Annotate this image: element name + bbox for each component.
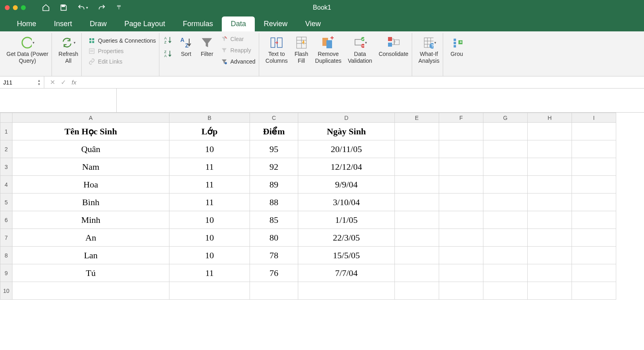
cell-A8[interactable]: Lan [12, 247, 169, 264]
cell-C3[interactable]: 92 [250, 158, 298, 176]
what-if-analysis-button[interactable]: ?▾ What-If Analysis [417, 34, 441, 66]
group-button[interactable]: + Grou [448, 34, 466, 59]
cell-F7[interactable] [439, 229, 483, 247]
cell-I1[interactable] [572, 123, 616, 140]
cell-B3[interactable]: 11 [169, 158, 250, 176]
maximize-window-button[interactable] [21, 5, 26, 10]
cell-E10[interactable] [395, 282, 439, 300]
cell-E7[interactable] [395, 229, 439, 247]
cell-H4[interactable] [528, 176, 572, 194]
cell-D1[interactable]: Ngày Sinh [298, 123, 395, 140]
col-head-C[interactable]: C [250, 113, 298, 123]
cell-I3[interactable] [572, 158, 616, 176]
remove-duplicates-button[interactable]: Remove Duplicates [314, 34, 343, 66]
row-head-6[interactable]: 6 [0, 211, 12, 229]
name-box[interactable]: ▲▼ [0, 76, 44, 88]
name-box-input[interactable] [3, 79, 31, 86]
cell-C4[interactable]: 89 [250, 176, 298, 194]
cell-H3[interactable] [528, 158, 572, 176]
cell-D5[interactable]: 3/10/04 [298, 194, 395, 211]
cell-B2[interactable]: 10 [169, 140, 250, 158]
cell-G3[interactable] [483, 158, 528, 176]
cell-F8[interactable] [439, 247, 483, 264]
cancel-formula-icon[interactable]: ✕ [50, 78, 55, 86]
row-head-2[interactable]: 2 [0, 140, 12, 158]
col-head-D[interactable]: D [298, 113, 395, 123]
cell-B6[interactable]: 10 [169, 211, 250, 229]
cell-A7[interactable]: An [12, 229, 169, 247]
cell-C6[interactable]: 85 [250, 211, 298, 229]
home-icon[interactable] [42, 4, 50, 12]
cell-G4[interactable] [483, 176, 528, 194]
cell-B5[interactable]: 11 [169, 194, 250, 211]
cell-E8[interactable] [395, 247, 439, 264]
edit-links-button[interactable]: Edit Links [87, 57, 157, 66]
fx-icon[interactable]: fx [72, 79, 76, 86]
cell-C1[interactable]: Điểm [250, 123, 298, 140]
cell-I4[interactable] [572, 176, 616, 194]
cell-F10[interactable] [439, 282, 483, 300]
row-head-1[interactable]: 1 [0, 123, 12, 140]
cell-B8[interactable]: 10 [169, 247, 250, 264]
clear-filter-button[interactable]: Clear [219, 35, 257, 43]
cell-I6[interactable] [572, 211, 616, 229]
data-validation-button[interactable]: ▾ Data Validation [346, 34, 374, 66]
queries-connections-button[interactable]: Queries & Connections [87, 36, 157, 45]
cell-H10[interactable] [528, 282, 572, 300]
cell-D4[interactable]: 9/9/04 [298, 176, 395, 194]
cell-A5[interactable]: Bình [12, 194, 169, 211]
cell-B10[interactable] [169, 282, 250, 300]
cell-C7[interactable]: 80 [250, 229, 298, 247]
undo-icon[interactable]: ▾ [77, 4, 88, 12]
cell-G2[interactable] [483, 140, 528, 158]
properties-button[interactable]: Properties [87, 47, 157, 56]
refresh-all-button[interactable]: ▾ Refresh All [57, 34, 80, 66]
customize-qat-icon[interactable]: 〒 [116, 4, 124, 12]
sort-button[interactable]: AZ Sort [177, 34, 195, 59]
reapply-button[interactable]: Reapply [219, 46, 257, 55]
col-head-A[interactable]: A [12, 113, 169, 123]
cell-E3[interactable] [395, 158, 439, 176]
cell-G10[interactable] [483, 282, 528, 300]
cell-D7[interactable]: 22/3/05 [298, 229, 395, 247]
cell-G5[interactable] [483, 194, 528, 211]
cell-E4[interactable] [395, 176, 439, 194]
cell-B7[interactable]: 10 [169, 229, 250, 247]
cell-D8[interactable]: 15/5/05 [298, 247, 395, 264]
cell-I5[interactable] [572, 194, 616, 211]
sort-az-icon[interactable]: AZ [164, 35, 174, 45]
cell-H2[interactable] [528, 140, 572, 158]
cell-G7[interactable] [483, 229, 528, 247]
col-head-H[interactable]: H [528, 113, 572, 123]
tab-home[interactable]: Home [8, 16, 45, 31]
spreadsheet-grid[interactable]: ABCDEFGHI1Tên Học SinhLớpĐiểmNgày Sinh2Q… [0, 113, 644, 300]
cell-D10[interactable] [298, 282, 395, 300]
tab-insert[interactable]: Insert [45, 16, 81, 31]
cell-D9[interactable]: 7/7/04 [298, 264, 395, 282]
cell-C10[interactable] [250, 282, 298, 300]
tab-page-layout[interactable]: Page Layout [116, 16, 174, 31]
cell-I10[interactable] [572, 282, 616, 300]
cell-G9[interactable] [483, 264, 528, 282]
advanced-filter-button[interactable]: Advanced [219, 57, 257, 66]
cell-E2[interactable] [395, 140, 439, 158]
consolidate-button[interactable]: Consolidate [377, 34, 410, 59]
cell-H5[interactable] [528, 194, 572, 211]
cell-A10[interactable] [12, 282, 169, 300]
col-head-B[interactable]: B [169, 113, 250, 123]
cell-C5[interactable]: 88 [250, 194, 298, 211]
tab-review[interactable]: Review [255, 16, 296, 31]
cell-A1[interactable]: Tên Học Sinh [12, 123, 169, 140]
cell-F3[interactable] [439, 158, 483, 176]
cell-H7[interactable] [528, 229, 572, 247]
minimize-window-button[interactable] [13, 5, 18, 10]
cell-B4[interactable]: 11 [169, 176, 250, 194]
row-head-9[interactable]: 9 [0, 264, 12, 282]
cell-G8[interactable] [483, 247, 528, 264]
cell-F1[interactable] [439, 123, 483, 140]
flash-fill-button[interactable]: Flash Fill [293, 34, 310, 66]
close-window-button[interactable] [5, 5, 10, 10]
get-data-button[interactable]: ▾ Get Data (Power Query) [5, 34, 50, 66]
cell-D6[interactable]: 1/1/05 [298, 211, 395, 229]
select-all-corner[interactable] [0, 113, 12, 123]
